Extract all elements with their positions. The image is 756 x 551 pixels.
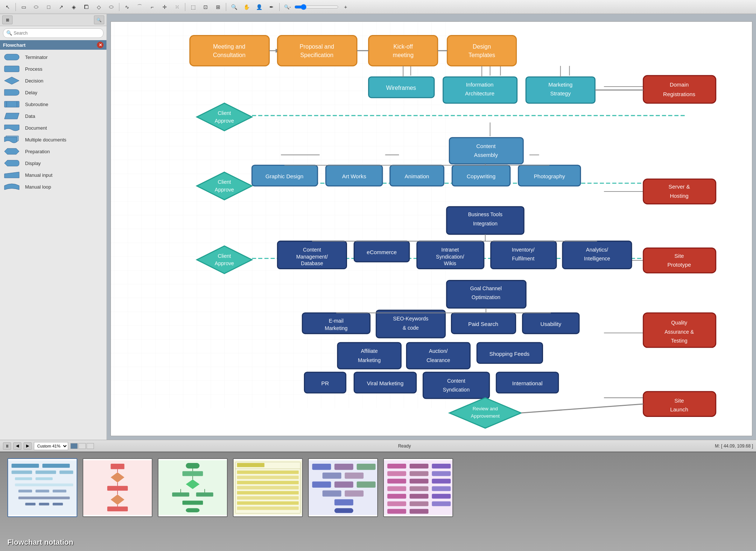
node-info-arch[interactable]: Information Architecture <box>443 77 517 103</box>
node-photography[interactable]: Photography <box>518 165 581 186</box>
node-paid-search[interactable]: Paid Search <box>451 313 515 334</box>
square-tool-btn[interactable]: □ <box>43 2 54 12</box>
thumbnail-1[interactable] <box>7 458 77 517</box>
node-usability[interactable]: Usability <box>522 313 579 334</box>
shape-item-preparation[interactable]: Preparation <box>0 145 106 157</box>
zoom-out-btn[interactable]: 🔍- <box>282 2 293 12</box>
search-input[interactable] <box>3 28 104 38</box>
node-cms[interactable]: Content Management/ Database <box>277 241 346 269</box>
node-art-works[interactable]: Art Works <box>326 165 382 186</box>
pointer-tool-btn[interactable]: ↖ <box>2 2 13 12</box>
node-server-hosting[interactable]: Server & Hosting <box>643 179 716 204</box>
node-inventory[interactable]: Inventory/ Fulfilment <box>491 241 556 269</box>
connector-tool-btn[interactable]: ↗ <box>56 2 67 12</box>
shape-item-delay[interactable]: Delay <box>0 87 106 98</box>
node-review[interactable]: Review and Approvement <box>449 398 521 428</box>
shape-item-terminator[interactable]: Terminator <box>0 51 106 63</box>
svg-rect-169 <box>60 471 73 474</box>
shape-item-document[interactable]: Document <box>0 122 106 134</box>
rectangle-tool-btn[interactable]: ▭ <box>18 2 29 12</box>
svg-text:Review and: Review and <box>473 406 498 411</box>
flowchart-tool-btn[interactable]: ◈ <box>68 2 79 12</box>
angle-tool-btn[interactable]: ⌐ <box>147 2 158 12</box>
node-copywriting[interactable]: Copywriting <box>452 165 510 186</box>
node-marketing-strategy[interactable]: Marketing Strategy <box>526 77 595 103</box>
node-pr[interactable]: PR <box>304 372 346 393</box>
panel-close-btn[interactable]: ✕ <box>97 42 104 48</box>
sidebar: ⊞ 🔍 🔍 Flowchart ✕ Terminator <box>0 14 107 440</box>
shape-item-process[interactable]: Process <box>0 63 106 75</box>
cross-tool-btn[interactable]: ✛ <box>159 2 170 12</box>
node-ecommerce[interactable]: eCommerce <box>354 241 409 262</box>
zoom-in-tool-btn[interactable]: 🔍 <box>228 2 239 12</box>
svg-rect-236 <box>432 479 451 484</box>
prev-page-btn[interactable]: ◀ <box>13 442 21 450</box>
eyedropper-tool-btn[interactable]: ✒ <box>266 2 277 12</box>
format-tool-btn[interactable]: 👤 <box>253 2 265 12</box>
thumbnail-4[interactable] <box>233 458 303 517</box>
node-site-prototype[interactable]: Site Prototype <box>643 248 716 273</box>
node-shopping-feeds[interactable]: Shopping Feeds <box>477 343 543 363</box>
zoom-slider[interactable] <box>294 4 339 10</box>
scatter-tool-btn[interactable]: ⁙ <box>172 2 183 12</box>
sidebar-search-btn[interactable]: 🔍 <box>94 15 104 24</box>
svg-text:Photography: Photography <box>534 173 565 179</box>
ellipse-tool-btn[interactable]: ⬭ <box>31 2 42 12</box>
svg-rect-239 <box>432 486 451 491</box>
node-viral-mktg[interactable]: Viral Marketing <box>354 372 416 393</box>
shape-item-multidoc[interactable]: Multiple documents <box>0 134 106 145</box>
select-lasso-btn[interactable]: ⊡ <box>200 2 211 12</box>
node-qa[interactable]: Quality Assurance & Testing <box>643 313 716 348</box>
node-email-mktg[interactable]: E-mail Marketing <box>302 313 370 334</box>
node-graphic-design[interactable]: Graphic Design <box>252 165 318 186</box>
pan-tool-btn[interactable]: ✋ <box>241 2 252 12</box>
node-biz-tools[interactable]: Business Tools Integration <box>447 207 524 234</box>
subprocess-tool-btn[interactable]: ⧠ <box>81 2 92 12</box>
node-international[interactable]: International <box>496 372 559 393</box>
node-kickoff[interactable]: Kick-off meeting <box>369 35 438 66</box>
node-analytics[interactable]: Analytics/ Intelligence <box>563 241 631 269</box>
node-affiliate[interactable]: Affiliate Marketing <box>337 343 401 369</box>
page-btn-3[interactable] <box>87 443 94 449</box>
page-btn-1[interactable] <box>70 443 78 449</box>
select-area-btn[interactable]: ⬚ <box>188 2 199 12</box>
node-meeting[interactable]: Meeting and Consultation <box>190 35 269 66</box>
zoom-select[interactable]: Custom 41% 25% 50% 75% 100% 150% 200% <box>34 442 68 450</box>
svg-rect-1 <box>4 66 19 72</box>
node-content-synd[interactable]: Content Syndication <box>423 372 490 399</box>
svg-text:& code: & code <box>403 325 419 331</box>
sidebar-grid-btn[interactable]: ⊞ <box>2 15 13 24</box>
canvas-area[interactable]: Meeting and Consultation Proposal and Sp… <box>107 14 756 440</box>
node-proposal[interactable]: Proposal and Specification <box>277 35 357 66</box>
shape-item-display[interactable]: Display <box>0 157 106 169</box>
node-intranet[interactable]: Intranet Syndication/ Wikis <box>417 241 484 269</box>
node-animation[interactable]: Animation <box>390 165 444 186</box>
shape-item-data[interactable]: Data <box>0 110 106 122</box>
arc-tool-btn[interactable]: ⌒ <box>134 2 145 12</box>
decision-tool-btn[interactable]: ◇ <box>93 2 104 12</box>
thumbnail-2[interactable] <box>83 458 153 517</box>
thumbnail-6[interactable] <box>383 458 453 517</box>
node-seo[interactable]: SEO-Keywords & code <box>376 310 445 338</box>
spline-tool-btn[interactable]: ∿ <box>122 2 133 12</box>
page-btn-2[interactable] <box>78 443 86 449</box>
thumbnail-5[interactable] <box>308 458 378 517</box>
thumbnail-3[interactable] <box>158 458 228 517</box>
shape-item-decision[interactable]: Decision <box>0 75 106 87</box>
select-free-btn[interactable]: ⊞ <box>213 2 224 12</box>
next-page-btn[interactable]: ▶ <box>24 442 32 450</box>
node-goal-channel[interactable]: Goal Channel Optimization <box>447 281 526 308</box>
terminal-tool-btn[interactable]: ⬭ <box>106 2 117 12</box>
node-auction[interactable]: Auction/ Clearance <box>407 343 470 369</box>
pause-btn[interactable]: ⏸ <box>3 442 11 450</box>
node-wireframes[interactable]: Wireframes <box>369 77 434 98</box>
node-design-templates[interactable]: Design Templates <box>447 35 516 66</box>
zoom-in-btn[interactable]: + <box>340 2 351 12</box>
node-site-launch[interactable]: Site Launch <box>643 392 716 416</box>
shape-item-manual-input[interactable]: Manual input <box>0 169 106 181</box>
node-content-assembly[interactable]: Content Assembly <box>449 138 523 164</box>
diagram-canvas[interactable]: Meeting and Consultation Proposal and Sp… <box>111 21 752 436</box>
shape-item-subroutine[interactable]: Subroutine <box>0 98 106 110</box>
node-domain-reg[interactable]: Domain Registrations <box>643 76 716 103</box>
shape-item-manual-loop[interactable]: Manual loop <box>0 181 106 193</box>
